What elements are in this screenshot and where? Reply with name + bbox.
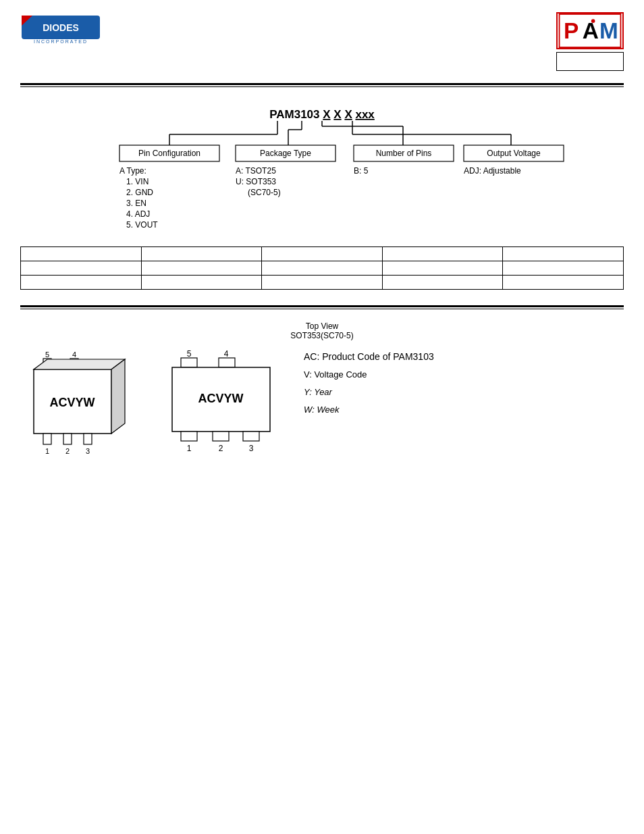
svg-text:Package Type: Package Type bbox=[260, 149, 311, 158]
legend-v: V: Voltage Code bbox=[304, 366, 434, 384]
svg-text:5. VOUT: 5. VOUT bbox=[126, 220, 158, 230]
svg-text:Output Voltage: Output Voltage bbox=[487, 149, 541, 158]
table-cell bbox=[503, 276, 624, 290]
table-cell bbox=[21, 261, 142, 276]
svg-point-10 bbox=[591, 19, 595, 23]
svg-rect-51 bbox=[43, 434, 51, 444]
pam-logo: P A M bbox=[556, 12, 624, 49]
svg-text:M: M bbox=[599, 18, 618, 43]
table-cell bbox=[141, 276, 262, 290]
decoder-diagram: PAM3103 X X X xxx bbox=[20, 99, 624, 241]
svg-text:Pin Configuration: Pin Configuration bbox=[138, 149, 200, 158]
table-cell bbox=[503, 261, 624, 276]
bottom-space bbox=[0, 477, 644, 613]
svg-text:2: 2 bbox=[219, 444, 223, 453]
svg-marker-48 bbox=[34, 359, 125, 369]
table-cell bbox=[382, 276, 503, 290]
svg-rect-53 bbox=[84, 434, 92, 444]
top-view-line1: Top View bbox=[20, 321, 624, 331]
svg-text:INCORPORATED: INCORPORATED bbox=[34, 39, 88, 44]
table-cell bbox=[141, 261, 262, 276]
svg-text:ADJ: Adjustable: ADJ: Adjustable bbox=[464, 166, 521, 176]
svg-text:3: 3 bbox=[86, 447, 90, 455]
table-cell bbox=[382, 247, 503, 261]
table-cell bbox=[262, 276, 383, 290]
svg-rect-60 bbox=[219, 358, 235, 367]
table-cell bbox=[21, 276, 142, 290]
svg-marker-49 bbox=[111, 359, 125, 434]
marking-legend: AC: Product Code of PAM3103 V: Voltage C… bbox=[304, 347, 434, 419]
svg-text:4: 4 bbox=[224, 349, 229, 359]
svg-text:3. EN: 3. EN bbox=[126, 199, 146, 208]
svg-text:A Type:: A Type: bbox=[119, 166, 146, 176]
top-divider bbox=[0, 83, 644, 87]
chip-3d-container: 5 4 ACVYW bbox=[20, 347, 135, 462]
svg-text:Number of Pins: Number of Pins bbox=[376, 149, 432, 158]
svg-text:U: SOT353: U: SOT353 bbox=[236, 177, 276, 186]
pam-logo-container: P A M bbox=[556, 12, 624, 71]
table-cell bbox=[262, 247, 383, 261]
table-cell bbox=[21, 247, 142, 261]
svg-text:4: 4 bbox=[72, 350, 76, 359]
svg-text:(SC70-5): (SC70-5) bbox=[248, 188, 281, 197]
svg-text:ACVYW: ACVYW bbox=[50, 396, 95, 409]
svg-text:4. ADJ: 4. ADJ bbox=[126, 209, 150, 219]
svg-rect-52 bbox=[63, 434, 72, 444]
svg-text:1: 1 bbox=[45, 447, 49, 455]
part-number-section: PAM3103 X X X xxx bbox=[0, 93, 644, 293]
svg-text:PAM3103 
        X
         
 : PAM3103 X X X xxx bbox=[269, 108, 375, 121]
svg-text:A: A bbox=[583, 18, 599, 43]
svg-text:2: 2 bbox=[65, 447, 70, 455]
svg-text:1: 1 bbox=[187, 444, 192, 453]
table-row bbox=[21, 261, 624, 276]
svg-rect-59 bbox=[181, 358, 197, 367]
table-row bbox=[21, 247, 624, 261]
legend-ac: AC: Product Code of PAM3103 bbox=[304, 347, 434, 366]
svg-text:1. VIN: 1. VIN bbox=[126, 177, 149, 186]
table-cell bbox=[382, 261, 503, 276]
table-row bbox=[21, 276, 624, 290]
svg-text:A: TSOT25: A: TSOT25 bbox=[236, 166, 276, 176]
svg-text:P: P bbox=[564, 18, 579, 43]
svg-text:5: 5 bbox=[45, 350, 49, 359]
table-cell bbox=[503, 247, 624, 261]
svg-text:3: 3 bbox=[249, 444, 254, 453]
svg-text:2. GND: 2. GND bbox=[126, 188, 153, 197]
page-header: DIODES INCORPORATED P A M bbox=[0, 0, 644, 78]
legend-w: W: Week bbox=[304, 401, 434, 419]
marking-section: Top View SOT353(SC70-5) 5 4 bbox=[0, 315, 644, 477]
top-view-line2: SOT353(SC70-5) bbox=[20, 331, 624, 340]
pam-underline-box bbox=[556, 52, 624, 71]
svg-rect-65 bbox=[243, 432, 259, 441]
diodes-logo: DIODES INCORPORATED bbox=[20, 12, 101, 49]
svg-text:DIODES: DIODES bbox=[43, 22, 79, 33]
svg-text:5: 5 bbox=[187, 349, 192, 359]
legend-y: Y: Year bbox=[304, 384, 434, 401]
table-cell bbox=[262, 261, 383, 276]
table-cell bbox=[141, 247, 262, 261]
top-view-label: Top View SOT353(SC70-5) bbox=[20, 321, 624, 340]
svg-text:B: 5: B: 5 bbox=[354, 166, 369, 176]
marking-area: 5 4 ACVYW bbox=[20, 347, 624, 471]
order-table bbox=[20, 246, 624, 290]
svg-text:ACVYW: ACVYW bbox=[198, 392, 244, 405]
svg-rect-64 bbox=[213, 432, 229, 441]
middle-divider bbox=[0, 305, 644, 309]
svg-rect-63 bbox=[181, 432, 197, 441]
chip-flat-container: 5 4 ACVYW 1 2 3 bbox=[162, 347, 284, 471]
